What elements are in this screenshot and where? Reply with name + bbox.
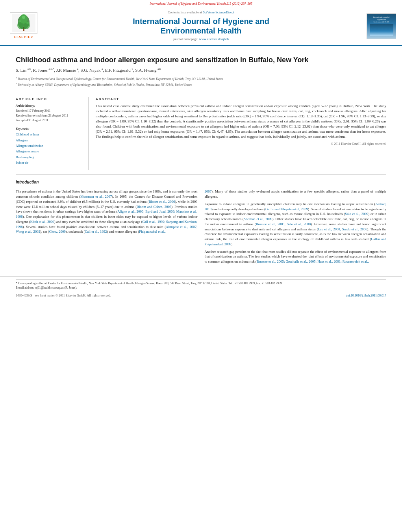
- ref-salo-2009[interactable]: Salo et al., 2009: [345, 212, 368, 216]
- intro-paragraph-3: Exposure to indoor allergens in genetica…: [205, 202, 387, 247]
- ref-chew[interactable]: Chew, 2009: [49, 230, 66, 234]
- body-left-column: The prevalence of asthma in the United S…: [16, 189, 198, 267]
- page-footer: * Corresponding author at: Center for En…: [0, 276, 402, 298]
- article-content: Childhood asthma and indoor allergen exp…: [0, 46, 402, 271]
- history-label: Article history:: [16, 104, 84, 108]
- corresponding-label: * Corresponding author at:: [16, 282, 48, 285]
- elsevier-tree-icon: [12, 14, 35, 32]
- keywords-list: Childhood asthma Allergens Allergen sens…: [16, 132, 84, 166]
- footer-divider: [16, 279, 386, 280]
- affiliations: a Bureau of Environmental and Occupation…: [16, 76, 386, 87]
- elsevier-logo-box: [10, 12, 37, 34]
- thumbnail-text: International Journal ofHygiene andEnvir…: [373, 16, 389, 23]
- copyright-line: © 2011 Elsevier GmbH. All rights reserve…: [96, 142, 386, 146]
- journal-thumbnail: International Journal ofHygiene andEnvir…: [367, 13, 396, 39]
- keyword-childhood-asthma: Childhood asthma: [16, 132, 84, 137]
- authors-line: S. Lin a,b, R. Jones a,b,*, J.P. Munsie …: [16, 67, 386, 73]
- email-label: E-mail address:: [16, 286, 34, 289]
- svg-point-8: [22, 16, 25, 19]
- elsevier-text: ELSEVIER: [14, 35, 33, 39]
- introduction-heading: Introduction: [16, 180, 386, 185]
- corresponding-text: Center for Environmental Health, New Yor…: [48, 282, 283, 285]
- keywords-section: Keywords: Childhood asthma Allergens All…: [16, 127, 84, 166]
- ref-moorman[interactable]: Moorman et al., 2007: [80, 195, 112, 198]
- journal-citation-bar: International Journal of Hygiene and Env…: [0, 0, 402, 7]
- email-note: E-mail address: rrj01@health.state.ny.us…: [16, 286, 386, 290]
- affiliation-b: b University at Albany, SUNY, Department…: [16, 82, 386, 87]
- ref-kitch[interactable]: Kitch et al., 2000: [30, 220, 54, 224]
- journal-citation: International Journal of Hygiene and Env…: [150, 2, 252, 6]
- affiliation-a: a Bureau of Environmental and Occupation…: [16, 76, 386, 81]
- ref-call-cockroach[interactable]: Call et al., 1992: [85, 230, 107, 234]
- thumbnail-cover-art: [370, 24, 393, 36]
- ref-gaffin-2009b[interactable]: Gaffin and Phipatanakul, 2009: [205, 237, 387, 246]
- journal-header-center: Contents lists available at SciVerse Sci…: [41, 10, 361, 42]
- info-abstract-columns: ARTICLE INFO Article history: Received 1…: [16, 97, 386, 170]
- email-address: rrj01@health.state.ny.us (R. Jones).: [35, 286, 77, 289]
- ref-phipatanakul-2007[interactable]: 2007: [205, 189, 212, 193]
- revised-date: Received in revised form 23 August 2011: [16, 113, 84, 118]
- ref-aligne[interactable]: Aligne et al., 2000; Byrd and Joad, 2006…: [16, 209, 198, 219]
- abstract-heading: ABSTRACT: [96, 97, 386, 101]
- corresponding-author-note: * Corresponding author at: Center for En…: [16, 282, 386, 286]
- author-munsie: J.P. Munsie a: [56, 68, 78, 72]
- article-info-column: ARTICLE INFO Article history: Received 1…: [16, 97, 89, 170]
- author-nayak: S.G. Nayak a: [80, 68, 103, 72]
- intro-paragraph-2: 2007). Many of these studies only evalua…: [205, 189, 387, 199]
- article-title: Childhood asthma and indoor allergen exp…: [16, 56, 386, 65]
- keywords-label: Keywords:: [16, 127, 84, 131]
- journal-homepage: journal homepage: www.elsevier.de/ijheh: [41, 37, 361, 42]
- journal-thumbnail-area: International Journal ofHygiene andEnvir…: [361, 13, 396, 39]
- abstract-column: ABSTRACT This nested case-control study …: [96, 97, 386, 170]
- author-fitzgerald: E.F. Fitzgerald b: [105, 68, 133, 72]
- ref-almqvist[interactable]: Almqvist et al., 2007; Wong et al., 2002: [16, 225, 198, 234]
- journal-title: International Journal of Hygiene and Env…: [41, 17, 361, 35]
- ref-bloom-2006[interactable]: Bloom et al., 2006: [149, 200, 175, 204]
- keyword-allergens: Allergens: [16, 138, 84, 143]
- elsevier-logo: ELSEVIER: [6, 12, 41, 39]
- issn-text: 1438-4639/$ – see front matter © 2011 El…: [16, 293, 111, 298]
- accepted-date: Accepted 31 August 2011: [16, 118, 84, 123]
- ref-brussee-joint[interactable]: Brussee et al., 2005; Gruchalla et al., …: [257, 260, 369, 263]
- svg-point-7: [26, 22, 29, 24]
- footer-journal-info: 1438-4639/$ – see front matter © 2011 El…: [16, 293, 386, 298]
- divider-2: [16, 174, 386, 175]
- ref-gaffin-2009[interactable]: Gaffin and Phipatanakul, 2009: [265, 207, 308, 211]
- ref-lau[interactable]: Lau et al., 2000; Surdu et al., 2006: [318, 227, 367, 231]
- ref-sheehan[interactable]: Sheehan et al., 2009: [244, 217, 272, 221]
- keyword-dust-sampling: Dust sampling: [16, 155, 84, 160]
- sciverse-link: Contents lists available at SciVerse Sci…: [41, 10, 361, 15]
- received-date: Received 17 February 2011: [16, 109, 84, 113]
- page: International Journal of Hygiene and Env…: [0, 0, 402, 532]
- keyword-allergen-exposure: Allergen exposure: [16, 149, 84, 154]
- author-hwang: S.A. Hwang a,b: [135, 68, 161, 72]
- article-history-section: Article history: Received 17 February 20…: [16, 104, 84, 123]
- homepage-link[interactable]: www.elsevier.de/ijheh: [199, 37, 229, 41]
- keyword-allergen-sensitization: Allergen sensitization: [16, 143, 84, 149]
- author-lin: S. Lin a,b: [16, 68, 31, 72]
- ref-brussee-2005[interactable]: Brussee et al., 2005; Salo et al., 2008: [256, 222, 311, 226]
- intro-paragraph-4: Another research gap pertains to the fac…: [205, 249, 387, 264]
- article-info-heading: ARTICLE INFO: [16, 97, 84, 101]
- author-jones: R. Jones a,b,*: [33, 68, 54, 72]
- sciverse-link-text[interactable]: SciVerse ScienceDirect: [203, 10, 234, 14]
- ref-bloom-cohen[interactable]: Bloom and Cohen, 2007: [137, 205, 171, 209]
- publisher-logo-area: ELSEVIER: [6, 12, 41, 39]
- keyword-indoor-air: Indoor air: [16, 160, 84, 166]
- svg-point-6: [19, 20, 21, 22]
- body-right-column: 2007). Many of these studies only evalua…: [205, 189, 387, 267]
- ref-phipatanakul[interactable]: Phipatanakul et al.,: [139, 230, 165, 234]
- doi-link[interactable]: doi:10.1016/j.ijheh.2011.08.017: [346, 293, 386, 298]
- divider-1: [16, 92, 386, 92]
- intro-paragraph-1: The prevalence of asthma in the United S…: [16, 189, 198, 234]
- abstract-text: This nested case-control study examined …: [96, 104, 386, 139]
- journal-header: ELSEVIER Contents lists available at Sci…: [0, 7, 402, 46]
- body-columns: The prevalence of asthma in the United S…: [16, 189, 386, 267]
